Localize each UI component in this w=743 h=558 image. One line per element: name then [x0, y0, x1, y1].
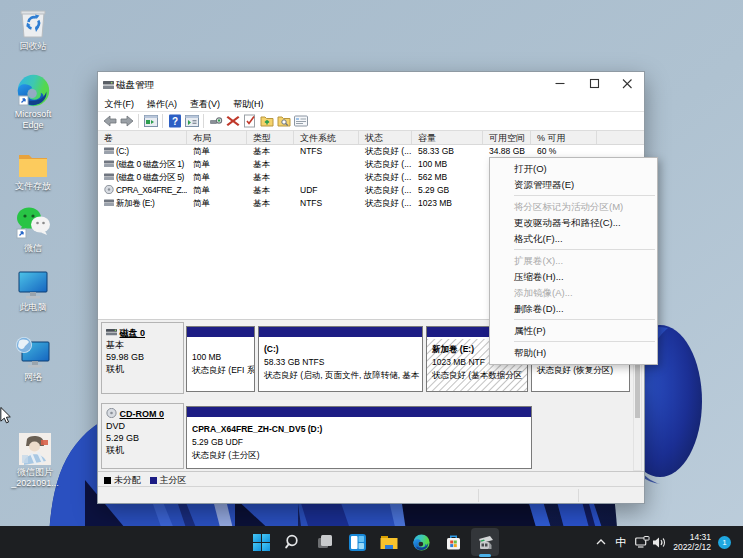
- svg-text:?: ?: [171, 116, 177, 127]
